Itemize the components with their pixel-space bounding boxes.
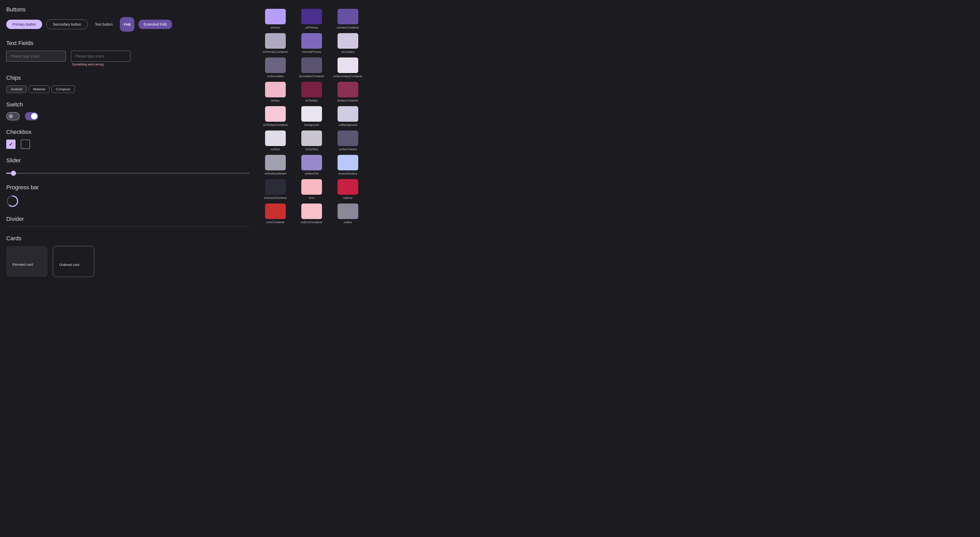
color-label-onTertiary: onTertiary [305,99,318,102]
color-swatch-onSecondaryContainer [337,57,358,73]
buttons-title: Buttons [6,6,250,13]
color-item-inversePrimary: inversePrimary [296,33,327,53]
buttons-row: Primary button Secondary button Text but… [6,17,250,32]
card-elevated[interactable]: Elevated card [6,246,48,277]
chip-compose[interactable]: Compose [51,86,75,93]
color-swatch-onErrorContainer [301,204,322,219]
checkbox-section: Checkbox ✓ [6,129,250,149]
card-outlined[interactable]: Outlined card [53,246,94,277]
color-item-error: error [296,179,327,199]
slider-thumb[interactable] [11,171,16,176]
checkbox-unchecked[interactable] [21,140,30,149]
cards-row: Elevated card Outlined card [6,246,250,277]
color-label-onPrimary: onPrimary [305,26,318,29]
color-label-onTertiaryContainer: onTertiaryContainer [263,123,288,126]
chips-row: Android Material Compose [6,86,250,93]
color-item-tertiaryContainer: tertiaryContainer [332,82,363,102]
color-item-onError: onError [332,179,363,199]
text-field-2-container: Something went wrong [71,51,130,66]
color-label-tertiary: tertiary [271,99,280,102]
checkbox-row: ✓ [6,140,250,149]
color-item-outline: outline [332,204,363,224]
color-swatch-onPrimaryContainer [265,33,286,49]
color-item-onSecondaryContainer: onSecondaryContainer [332,57,363,78]
fab-button[interactable]: FAB [120,17,134,32]
switch-off[interactable] [6,112,20,120]
color-swatch-outline [337,204,358,219]
chip-material[interactable]: Material [29,86,49,93]
color-item-onTertiaryContainer: onTertiaryContainer [260,106,291,126]
color-swatch-surface [265,131,286,146]
secondary-button[interactable]: Secondary button [46,19,88,29]
color-item-onPrimary: onPrimary [296,9,327,29]
primary-button[interactable]: Primary button [6,20,42,29]
color-item-surfaceTint: surfaceTint [296,155,327,175]
color-swatch-onError [337,179,358,195]
color-swatch-tertiary [265,82,286,97]
color-swatch-surfaceTint [301,155,322,171]
chip-android[interactable]: Android [6,86,27,93]
color-label-inverseSurface: inverseSurface [338,172,357,175]
checkbox-title: Checkbox [6,129,250,135]
text-fields-section: Text Fields Something went wrong [6,40,250,66]
switch-on-track [25,112,38,120]
color-swatch-inverseSurface [337,155,358,171]
color-label-onSecondary: onSecondary [267,75,284,78]
color-swatch-onTertiaryContainer [265,106,286,122]
color-label-error: error [309,196,315,199]
color-swatch-onSurface [301,131,322,146]
text-fields-row: Something went wrong [6,51,250,66]
color-swatch-inversePrimary [301,33,322,49]
color-swatch-onSecondary [265,57,286,73]
text-field-2[interactable] [71,51,130,62]
color-item-onErrorContainer: onErrorContainer [296,204,327,224]
color-label-inversePrimary: inversePrimary [302,50,321,53]
extended-fab-button[interactable]: Extended FAB [138,20,172,29]
color-label-secondary: secondary [341,50,355,53]
text-fields-title: Text Fields [6,40,250,46]
chips-title: Chips [6,75,250,81]
color-label-onPrimaryContainer: onPrimaryContainer [263,50,288,53]
text-field-1[interactable] [6,51,66,62]
color-label-primaryContainer: primaryContainer [337,26,359,29]
color-item-onSurfaceVariant: onSurfaceVariant [260,155,291,175]
card-elevated-label: Elevated card [13,252,41,266]
color-item-background: background [296,106,327,126]
progress-bar-section: Progress bar [6,184,250,207]
text-button[interactable]: Text button [92,20,116,29]
switch-title: Switch [6,101,250,108]
slider-title: Slider [6,157,250,164]
color-swatch-inverseOnSurface [265,179,286,195]
slider-container [6,168,250,176]
switch-on[interactable] [25,112,38,120]
color-label-background: background [304,123,319,126]
progress-circle [6,195,19,207]
cards-title: Cards [6,235,250,242]
color-palette-panel: primaryonPrimaryprimaryContaineronPrimar… [260,6,369,285]
color-item-surface: surface [260,131,291,151]
color-swatch-tertiaryContainer [337,82,358,97]
checkbox-checked[interactable]: ✓ [6,140,16,149]
color-swatch-background [301,106,322,122]
slider-section: Slider [6,157,250,176]
color-swatch-secondary [337,33,358,49]
color-item-primaryContainer: primaryContainer [332,9,363,29]
color-label-onSurface: onSurface [305,148,318,151]
palette-grid: primaryonPrimaryprimaryContaineronPrimar… [260,9,369,224]
slider-track[interactable] [6,173,250,174]
color-item-secondary: secondary [332,33,363,53]
color-swatch-onBackground [337,106,358,122]
color-swatch-error [301,179,322,195]
color-swatch-primaryContainer [337,9,358,24]
color-item-onPrimaryContainer: onPrimaryContainer [260,33,291,53]
color-item-inverseOnSurface: inverseOnSurface [260,179,291,199]
color-item-errorContainer: errorContainer [260,204,291,224]
chips-section: Chips Android Material Compose [6,75,250,93]
color-label-primary: primary [271,26,280,29]
card-outlined-label: Outlined card [59,252,88,267]
color-swatch-primary [265,9,286,24]
switch-off-thumb [9,114,13,118]
color-item-surfaceVariant: surfaceVariant [332,131,363,151]
color-item-tertiary: tertiary [260,82,291,102]
color-item-primary: primary [260,9,291,29]
